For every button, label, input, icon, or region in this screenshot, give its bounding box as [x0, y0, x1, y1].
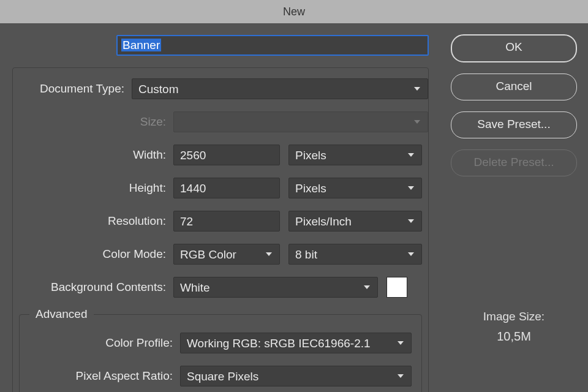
- row-bg-contents: Background Contents: White: [13, 276, 428, 298]
- name-input[interactable]: Banner: [116, 35, 429, 56]
- width-unit-select[interactable]: Pixels: [288, 145, 422, 165]
- resolution-input[interactable]: 72: [173, 211, 280, 232]
- delete-preset-button: Delete Preset...: [451, 149, 577, 176]
- resolution-label: Resolution:: [13, 214, 173, 228]
- row-color-mode: Color Mode: RGB Color 8 bit: [13, 243, 428, 265]
- row-size: Size:: [13, 111, 428, 133]
- document-type-label: Document Type:: [13, 82, 132, 96]
- height-label: Height:: [13, 181, 173, 195]
- row-width: Width: 2560 Pixels: [13, 144, 428, 166]
- row-color-profile: Color Profile: Working RGB: sRGB IEC6196…: [20, 332, 421, 354]
- advanced-group: Advanced Color Profile: Working RGB: sRG…: [19, 314, 422, 392]
- par-select[interactable]: Square Pixels: [180, 366, 412, 386]
- window-title: New: [283, 6, 305, 18]
- color-profile-select[interactable]: Working RGB: sRGB IEC61966-2.1: [180, 333, 412, 353]
- height-input[interactable]: 1440: [173, 178, 280, 198]
- par-label: Pixel Aspect Ratio:: [20, 369, 180, 383]
- color-profile-label: Color Profile:: [20, 336, 180, 350]
- size-select: [173, 111, 428, 132]
- side-panel: OK Cancel Save Preset... Delete Preset..…: [451, 34, 577, 344]
- color-mode-label: Color Mode:: [13, 247, 173, 261]
- width-input[interactable]: 2560: [173, 145, 280, 165]
- height-unit-select[interactable]: Pixels: [288, 178, 422, 198]
- document-type-select[interactable]: Custom: [132, 78, 428, 99]
- color-depth-select[interactable]: 8 bit: [288, 244, 422, 265]
- main-form: Name: Banner Document Type: Custom Size:…: [0, 34, 441, 392]
- color-mode-select[interactable]: RGB Color: [173, 244, 280, 265]
- size-label: Size:: [13, 115, 173, 129]
- name-value: Banner: [121, 39, 161, 51]
- row-height: Height: 1440 Pixels: [13, 177, 428, 199]
- save-preset-button[interactable]: Save Preset...: [451, 111, 577, 138]
- bg-contents-label: Background Contents:: [13, 281, 173, 294]
- row-par: Pixel Aspect Ratio: Square Pixels: [20, 365, 421, 387]
- width-label: Width:: [13, 148, 173, 162]
- ok-button[interactable]: OK: [451, 34, 577, 62]
- bg-color-swatch[interactable]: [386, 277, 407, 298]
- image-size-label: Image Size:: [451, 310, 577, 323]
- row-name: Name: Banner: [0, 34, 441, 56]
- document-settings-group: Document Type: Custom Size: Width: 2560 …: [12, 67, 429, 392]
- window-titlebar: New: [0, 0, 588, 23]
- row-resolution: Resolution: 72 Pixels/Inch: [13, 210, 428, 232]
- advanced-legend: Advanced: [29, 307, 94, 321]
- image-size-value: 10,5M: [451, 330, 577, 344]
- resolution-unit-select[interactable]: Pixels/Inch: [288, 211, 422, 232]
- bg-contents-select[interactable]: White: [173, 277, 378, 298]
- cancel-button[interactable]: Cancel: [451, 74, 577, 100]
- row-document-type: Document Type: Custom: [13, 78, 428, 100]
